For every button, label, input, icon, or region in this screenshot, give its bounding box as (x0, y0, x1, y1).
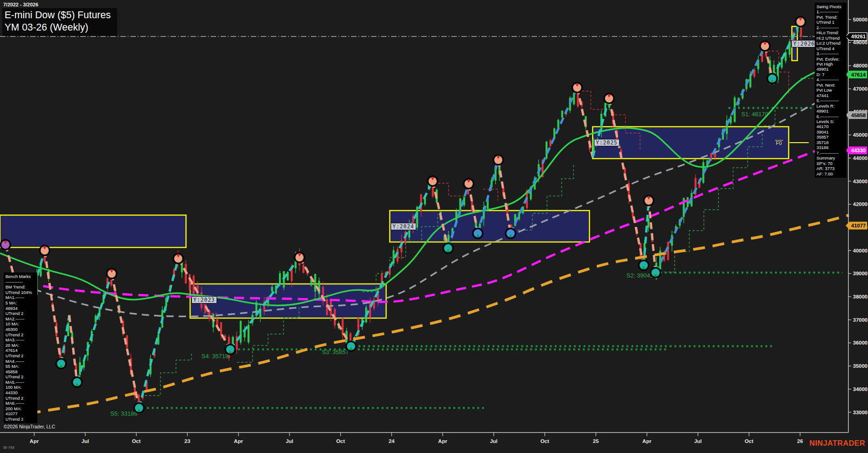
panel-line: UTrend 2 (5, 374, 36, 380)
candle-body (687, 197, 688, 207)
panel-line: MA2.------ (5, 316, 36, 322)
panel-line: 41077 (5, 411, 36, 417)
candle-body (314, 274, 316, 292)
panel-line: MA6.------ (5, 401, 36, 406)
panel-line: 35718 (816, 140, 845, 145)
zigzag-leg (77, 273, 112, 382)
price-tick-label: 37000 (853, 317, 868, 323)
series-tag-label: W YM (3, 445, 14, 450)
zigzag-leg (351, 181, 433, 346)
year-box-badge: Y:2025 (594, 139, 620, 146)
price-tick-label: 40000 (853, 248, 868, 253)
panel-line: 46170 (816, 124, 845, 129)
panel-line: AF: 7.00 (816, 171, 845, 176)
time-tick-label: Oct (336, 438, 345, 444)
year-box (390, 211, 589, 242)
support-level-label: S2: 39041 (626, 272, 653, 279)
panel-line: UTrend 2 (5, 396, 36, 401)
price-tick-label: 50000 (853, 17, 868, 22)
time-tick-label: 24 (389, 438, 395, 444)
panel-line: 48300 (5, 327, 36, 332)
zigzag-leg (45, 251, 61, 364)
bench-marks-panel: Bench Marks------------BM Trend:UTrend 1… (4, 273, 37, 423)
candle-body (341, 318, 343, 335)
year-box (190, 284, 386, 318)
trail-stop-line (434, 183, 463, 196)
panel-line: 7.------------- (816, 150, 845, 155)
panel-line: 55 MA: (5, 364, 36, 369)
candle-body (189, 274, 191, 290)
panel-line: Pvt Low (816, 88, 845, 93)
swing-pivots-panel: Swing Pivots1.-------------Pvt. Trend:UT… (815, 3, 847, 178)
panel-line: 47614 (5, 348, 36, 353)
time-tick-label: Jul (694, 438, 702, 444)
f0-label: F0 (776, 140, 782, 146)
chart-title-line2: YM 03-26 (Weekly) (5, 21, 111, 34)
panel-line: 4.------------- (816, 77, 845, 82)
year-box-badge: Y:2026 (791, 40, 817, 47)
candle-body (546, 142, 548, 159)
candle-body (302, 265, 304, 273)
price-tick-label: 44000 (853, 155, 868, 161)
time-tick-label: 23 (185, 438, 191, 444)
candle-body (232, 337, 234, 344)
panel-line: UTrend 2 (5, 417, 36, 422)
time-tick-label: Jul (490, 438, 498, 444)
time-tick-label: Jul (286, 438, 294, 444)
panel-line: Bench Marks (5, 274, 36, 279)
panel-line: 44330 (5, 390, 36, 396)
panel-line: Levels R: (816, 103, 845, 108)
panel-line: 35857 (816, 134, 845, 139)
year-box-badge: Y:2023 (191, 296, 217, 304)
time-tick-label: 25 (593, 438, 599, 444)
price-tag-value: 47614 (851, 72, 866, 77)
panel-line: 48934 (5, 306, 36, 311)
panel-line: MA3.------ (5, 337, 36, 343)
candle-body (373, 299, 375, 309)
panel-line: Summary (816, 155, 845, 160)
price-tick-label: 38000 (853, 294, 868, 299)
panel-line: D: 7 (816, 72, 845, 77)
panel-line: MA5.------ (5, 380, 36, 385)
panel-line: Pvt. Evolve: (816, 57, 845, 62)
candle-body (561, 111, 563, 118)
price-tick-label: 34000 (853, 386, 868, 392)
candle-body (749, 74, 751, 87)
time-tick-label: Oct (132, 438, 140, 444)
panel-line: Pvt. Next: (816, 82, 845, 88)
candle-body (667, 242, 669, 260)
panel-line: 2.------------- (816, 25, 845, 30)
panel-line: Pvt High (816, 62, 845, 67)
panel-line: UTrend 2 (5, 353, 36, 359)
panel-line: UTrend 2 (5, 311, 36, 316)
panel-line: 5.------------- (816, 98, 845, 103)
candle-body (240, 321, 242, 343)
zigzag-leg (577, 88, 593, 157)
time-tick-label: Oct (540, 438, 549, 444)
price-tag-value: 44330 (851, 148, 866, 153)
support-level-label: S1: 46170 (741, 111, 768, 118)
panel-line: 1.------------- (816, 9, 845, 14)
panel-line: 49901 (816, 108, 845, 113)
panel-line: Hi:2 UTrend (816, 36, 845, 41)
copyright-label: ©2026 NinjaTrader, LLC (4, 424, 55, 429)
panel-line: 10 MA: (5, 321, 36, 327)
date-range-label: 7/2022 - 3/2026 (3, 2, 38, 7)
panel-line: 20 MA: (5, 343, 36, 348)
panel-line: Swing Pivots (816, 4, 845, 9)
time-tick-label: Oct (744, 438, 753, 444)
price-tick-label: 33000 (853, 410, 868, 415)
panel-line: 45858 (5, 369, 36, 375)
panel-line: 49901 (816, 67, 845, 72)
price-tag-value: 45858 (851, 113, 866, 118)
panel-line: UTrend 104% (5, 290, 36, 295)
panel-line: SP's: 70 (816, 161, 845, 166)
candle-body (271, 287, 273, 292)
price-tick-label: 35000 (853, 363, 868, 369)
price-tick-label: 47000 (853, 86, 868, 92)
time-tick-label: Apr (30, 438, 39, 444)
price-tag-value: 49261 (851, 34, 866, 39)
candle-body (557, 120, 559, 128)
panel-line: BM Trend: (5, 284, 36, 290)
chart-canvas[interactable]: S1: 46170S2: 39041S3: 35857S4: 35718S5: … (0, 0, 868, 453)
